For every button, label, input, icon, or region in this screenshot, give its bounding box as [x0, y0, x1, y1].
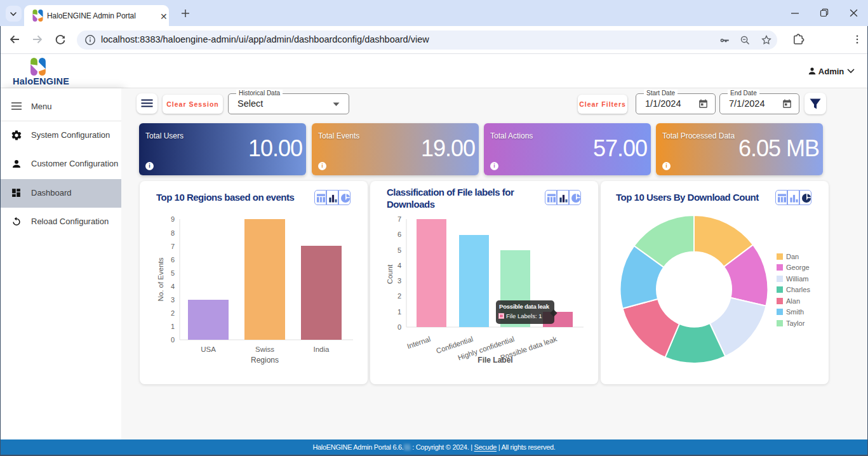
svg-text:Swiss: Swiss — [255, 345, 274, 353]
svg-text:8: 8 — [171, 229, 175, 237]
svg-text:No. of Events: No. of Events — [157, 257, 164, 301]
svg-text:2: 2 — [397, 292, 401, 300]
svg-text:2: 2 — [171, 309, 175, 317]
svg-text:George: George — [786, 264, 810, 271]
svg-text:5: 5 — [397, 246, 401, 254]
svg-text:Alan: Alan — [786, 297, 800, 305]
svg-text:3: 3 — [171, 296, 175, 304]
svg-text:4: 4 — [171, 283, 175, 290]
svg-text:6: 6 — [397, 231, 401, 238]
svg-text:6: 6 — [171, 256, 175, 264]
svg-text:Smith: Smith — [786, 308, 804, 316]
svg-text:0: 0 — [171, 336, 175, 344]
svg-text:India: India — [314, 345, 330, 353]
svg-text:Regions: Regions — [251, 356, 279, 365]
svg-text:Charles: Charles — [786, 286, 810, 293]
svg-text:3: 3 — [397, 277, 401, 285]
svg-text:9: 9 — [171, 215, 175, 223]
svg-text:1: 1 — [397, 308, 401, 316]
svg-text:1: 1 — [171, 323, 175, 330]
svg-text:USA: USA — [201, 345, 216, 353]
svg-text:0: 0 — [397, 323, 401, 331]
svg-text:Dan: Dan — [786, 253, 799, 260]
svg-text:7: 7 — [171, 243, 175, 250]
svg-text:Count: Count — [386, 264, 394, 284]
svg-text:5: 5 — [171, 269, 175, 277]
svg-text:7: 7 — [397, 215, 401, 223]
svg-text:Taylor: Taylor — [786, 319, 805, 327]
svg-text:File Label: File Label — [477, 356, 512, 365]
svg-text:4: 4 — [397, 262, 401, 269]
svg-text:Internal: Internal — [406, 335, 431, 351]
svg-text:William: William — [786, 275, 808, 283]
